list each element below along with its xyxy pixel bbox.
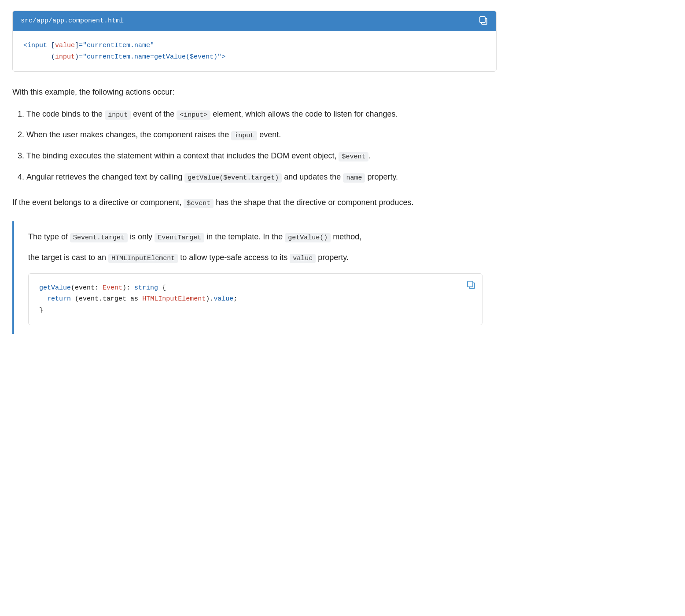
list-item-2-text-before: When the user makes changes, the compone…	[26, 130, 231, 139]
list-item-1-code1: input	[105, 110, 131, 120]
blockquote-p1: The type of $event.target is only EventT…	[28, 230, 482, 244]
code-content-1: <input [value]="currentItem.name" (input…	[23, 40, 486, 62]
list-item-4: Angular retrieves the changed text by ca…	[26, 171, 497, 184]
code-block-2: getValue(event: Event): string { return …	[28, 273, 482, 326]
bq-p2-mid: to allow type-safe access to its	[178, 253, 290, 262]
copy-icon-2	[466, 280, 476, 290]
list-item-1-text-mid: event of the	[131, 110, 177, 118]
svg-rect-1	[480, 17, 485, 22]
list-item-3-text-after: .	[368, 151, 371, 160]
list-item-3-code1: $event	[339, 152, 368, 161]
list-item-4-text-before: Angular retrieves the changed text by ca…	[26, 172, 184, 181]
bq-p2-code1: HTMLInputElement	[108, 254, 178, 263]
event-code: $event	[184, 199, 214, 208]
bq-p2-after: property.	[316, 253, 349, 262]
bq-p1-mid1: is only	[128, 232, 155, 241]
bq-p1-mid2: in the template. In the	[204, 232, 285, 241]
list-item-4-text-mid: and updates the	[282, 172, 343, 181]
list-item-1-text-before: The code binds to the	[26, 110, 105, 118]
bq-p1-code1: $event.target	[70, 233, 128, 242]
bq-p1-code3: getValue()	[285, 233, 331, 242]
event-text-after: has the shape that the directive or comp…	[214, 198, 413, 207]
event-paragraph: If the event belongs to a directive or c…	[12, 196, 497, 209]
list-item-4-code2: name	[343, 173, 365, 183]
code-block-header-1: src/app/app.component.html	[13, 11, 496, 31]
event-text-before: If the event belongs to a directive or c…	[12, 198, 184, 207]
code-block-1: src/app/app.component.html <input [value…	[12, 11, 497, 72]
actions-list: The code binds to the input event of the…	[26, 108, 497, 184]
bq-p1-code2: EventTarget	[155, 233, 204, 242]
list-item-4-code1: getValue($event.target)	[184, 173, 282, 183]
bq-p1-before: The type of	[28, 232, 70, 241]
copy-button-1[interactable]	[479, 15, 488, 27]
list-item-3: The binding executes the statement withi…	[26, 150, 497, 163]
code-block-body-2: getValue(event: Event): string { return …	[29, 274, 482, 325]
list-item-1: The code binds to the input event of the…	[26, 108, 497, 121]
code-content-2: getValue(event: Event): string { return …	[39, 282, 471, 316]
bq-p2-before: the target is cast to an	[28, 253, 108, 262]
list-item-2-text-after: event.	[257, 130, 281, 139]
intro-paragraph: With this example, the following actions…	[12, 86, 497, 99]
code-block-body-1: <input [value]="currentItem.name" (input…	[13, 31, 496, 71]
list-item-2: When the user makes changes, the compone…	[26, 128, 497, 142]
list-item-3-text-before: The binding executes the statement withi…	[26, 151, 339, 160]
copy-button-2[interactable]	[466, 280, 476, 291]
blockquote-section: The type of $event.target is only EventT…	[12, 221, 497, 334]
list-item-1-code2: <input>	[177, 110, 210, 120]
list-item-2-code1: input	[231, 131, 257, 140]
bq-p1-after: method,	[331, 232, 361, 241]
blockquote-p2: the target is cast to an HTMLInputElemen…	[28, 251, 482, 264]
bq-p2-code2: value	[290, 254, 316, 263]
list-item-4-text-after: property.	[365, 172, 398, 181]
list-item-1-text-after: element, which allows the code to listen…	[210, 110, 398, 118]
svg-rect-3	[468, 281, 473, 287]
copy-icon-1	[479, 15, 488, 25]
filename-1: src/app/app.component.html	[21, 16, 124, 26]
